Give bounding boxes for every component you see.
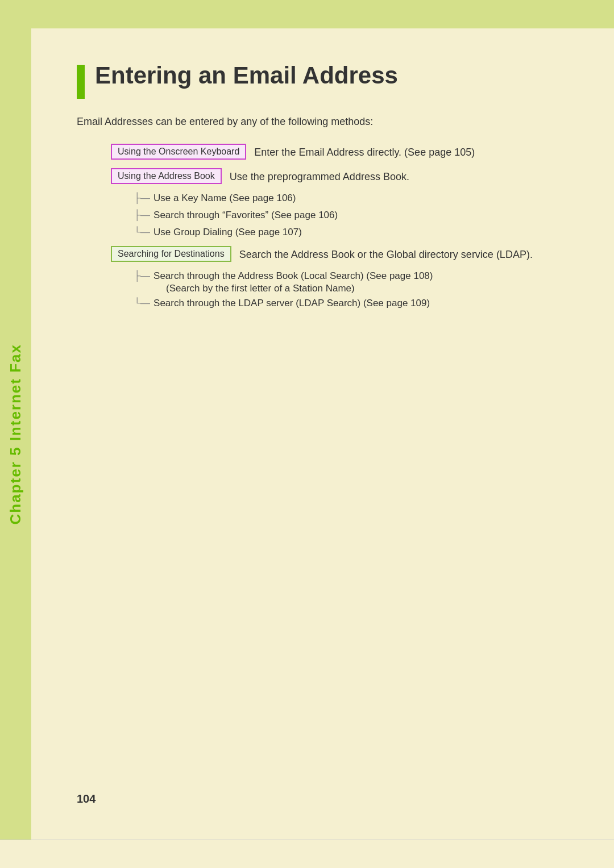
- badge-onscreen-keyboard: Using the Onscreen Keyboard: [111, 144, 246, 160]
- method-row-searching: Searching for Destinations Search the Ad…: [111, 246, 569, 262]
- badge-searching: Searching for Destinations: [111, 246, 231, 262]
- top-bar: [0, 0, 614, 28]
- sub-note-station: (Search by the first letter of a Station…: [166, 283, 433, 294]
- badge-address-book: Using the Address Book: [111, 168, 222, 184]
- desc-onscreen-keyboard: Enter the Email Address directly. (See p…: [254, 144, 475, 160]
- title-accent: [77, 65, 85, 99]
- page-number: 104: [77, 792, 96, 806]
- sub-item-group-dialing-text: Use Group Dialing (See page 107): [154, 227, 302, 238]
- sub-item-local-search-text: Search through the Address Book (Local S…: [154, 270, 433, 282]
- address-book-sub-items: ├— Use a Key Name (See page 106) ├— Sear…: [134, 193, 569, 238]
- method-row-address-book: Using the Address Book Use the preprogra…: [111, 168, 569, 185]
- title-section: Entering an Email Address: [77, 62, 569, 99]
- desc-address-book: Use the preprogrammed Address Book.: [230, 168, 409, 185]
- bottom-bar: [0, 840, 614, 868]
- intro-text: Email Addresses can be entered by any of…: [77, 116, 569, 128]
- sub-item-keyname-text: Use a Key Name (See page 106): [154, 193, 296, 204]
- sub-item-keyname: ├— Use a Key Name (See page 106) ├— Sear…: [134, 193, 569, 238]
- methods-container: Using the Onscreen Keyboard Enter the Em…: [111, 144, 569, 309]
- chapter-sidebar: Chapter 5 Internet Fax: [0, 28, 31, 840]
- desc-searching: Search the Address Book or the Global di…: [239, 246, 533, 262]
- sub-item-ldap-search-text: Search through the LDAP server (LDAP Sea…: [154, 298, 430, 309]
- sub-item-favorites-text: Search through “Favorites” (See page 106…: [154, 210, 338, 221]
- chapter-label-text: Chapter 5 Internet Fax: [7, 344, 24, 525]
- page-title: Entering an Email Address: [95, 62, 398, 89]
- main-content: Entering an Email Address Email Addresse…: [31, 28, 614, 840]
- method-row-keyboard: Using the Onscreen Keyboard Enter the Em…: [111, 144, 569, 160]
- searching-sub-items: ├— Search through the Address Book (Loca…: [134, 270, 569, 309]
